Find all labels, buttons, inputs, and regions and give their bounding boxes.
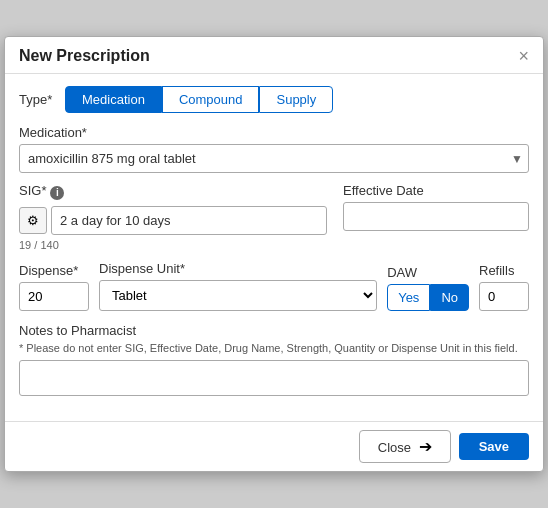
medication-row: Medication* ▼: [19, 125, 529, 173]
type-compound-button[interactable]: Compound: [162, 86, 260, 113]
daw-group: DAW Yes No: [387, 265, 469, 311]
medication-label: Medication*: [19, 125, 529, 140]
medication-input-wrapper: ▼: [19, 144, 529, 173]
dispense-unit-group: Dispense Unit* Tablet Capsule mL: [99, 261, 377, 311]
notes-section: Notes to Pharmacist * Please do not ente…: [19, 323, 529, 399]
sig-input-row: ⚙: [19, 206, 327, 235]
type-button-group: Medication Compound Supply: [65, 86, 333, 113]
sig-section: SIG* i ⚙: [19, 183, 327, 235]
close-icon[interactable]: ×: [518, 47, 529, 65]
dispense-input[interactable]: [19, 282, 89, 311]
notes-textarea[interactable]: [19, 360, 529, 396]
close-button[interactable]: Close ➔: [359, 430, 451, 463]
daw-yes-button[interactable]: Yes: [387, 284, 430, 311]
sig-input[interactable]: [51, 206, 327, 235]
type-supply-button[interactable]: Supply: [259, 86, 333, 113]
refills-label: Refills: [479, 263, 529, 278]
sig-info-icon[interactable]: i: [50, 186, 64, 200]
notes-label: Notes to Pharmacist: [19, 323, 529, 338]
medication-input[interactable]: [19, 144, 529, 173]
daw-no-button[interactable]: No: [430, 284, 469, 311]
effective-date-input[interactable]: [343, 202, 529, 231]
close-arrow-icon: ➔: [419, 437, 432, 456]
refills-input[interactable]: [479, 282, 529, 311]
effective-date-label: Effective Date: [343, 183, 529, 198]
sig-effective-row: SIG* i ⚙ Effective Date: [19, 183, 529, 235]
dispense-unit-select[interactable]: Tablet Capsule mL: [99, 280, 377, 311]
dispense-label: Dispense*: [19, 263, 89, 278]
modal-title: New Prescription: [19, 47, 150, 65]
type-label: Type*: [19, 92, 55, 107]
modal-header: New Prescription ×: [5, 37, 543, 74]
sig-gear-button[interactable]: ⚙: [19, 207, 47, 234]
sig-char-count: 19 / 140: [19, 239, 529, 251]
type-medication-button[interactable]: Medication: [65, 86, 162, 113]
notes-hint: * Please do not enter SIG, Effective Dat…: [19, 342, 529, 354]
dispense-unit-label: Dispense Unit*: [99, 261, 377, 276]
daw-label: DAW: [387, 265, 469, 280]
effective-date-section: Effective Date: [343, 183, 529, 235]
save-button[interactable]: Save: [459, 433, 529, 460]
dispense-group: Dispense*: [19, 263, 89, 311]
dispense-row: Dispense* Dispense Unit* Tablet Capsule …: [19, 261, 529, 311]
modal-footer: Close ➔ Save: [5, 421, 543, 471]
sig-label: SIG*: [19, 183, 46, 198]
modal-body: Type* Medication Compound Supply Medicat…: [5, 74, 543, 421]
refills-group: Refills: [479, 263, 529, 311]
sig-label-row: SIG* i: [19, 183, 327, 202]
new-prescription-modal: New Prescription × Type* Medication Comp…: [4, 36, 544, 472]
type-row: Type* Medication Compound Supply: [19, 86, 529, 113]
daw-button-group: Yes No: [387, 284, 469, 311]
close-button-label: Close: [378, 440, 411, 455]
